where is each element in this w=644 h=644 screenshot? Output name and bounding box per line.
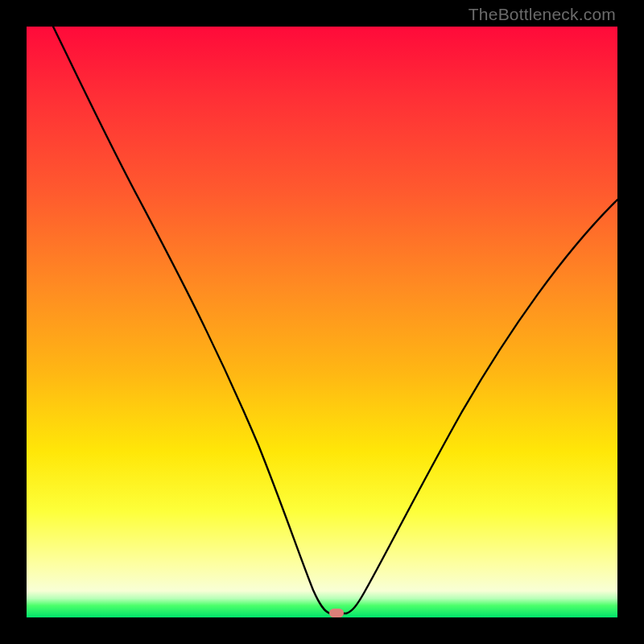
bottleneck-curve (27, 27, 617, 617)
chart-frame: TheBottleneck.com (0, 0, 644, 644)
watermark-text: TheBottleneck.com (469, 5, 616, 24)
minimum-marker (329, 609, 344, 617)
plot-area (27, 27, 617, 617)
